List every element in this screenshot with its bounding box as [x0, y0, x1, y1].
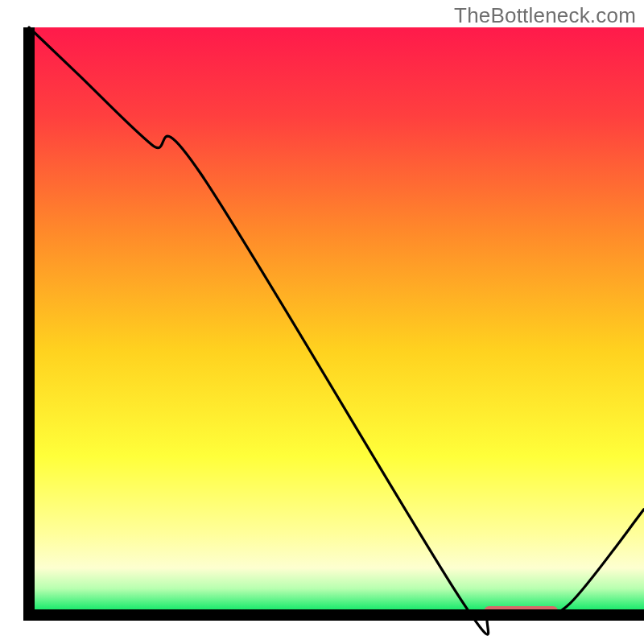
bottleneck-chart: [0, 0, 644, 644]
chart-stage: TheBottleneck.com: [0, 0, 644, 644]
watermark-text: TheBottleneck.com: [454, 3, 636, 28]
